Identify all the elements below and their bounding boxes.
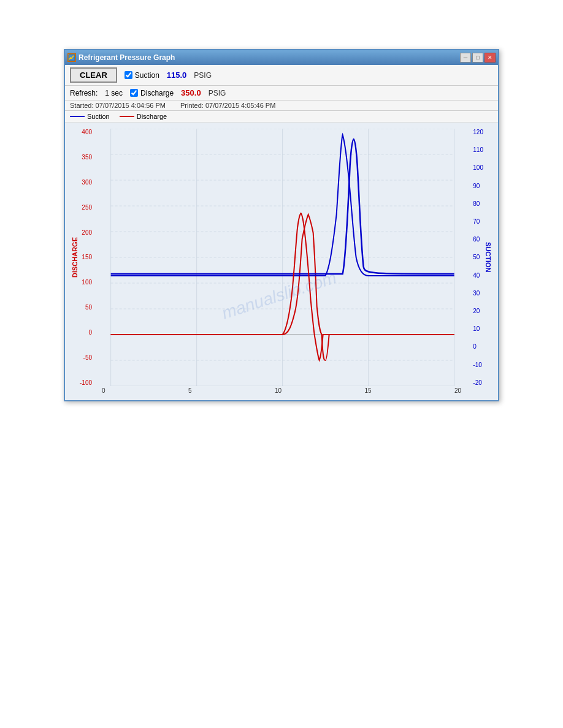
discharge-legend-line bbox=[120, 116, 134, 117]
started-label: Started: 07/07/2015 4:04:56 PM bbox=[70, 102, 166, 109]
suction-legend-label: Suction bbox=[87, 113, 110, 120]
tick-300: 300 bbox=[82, 179, 92, 186]
discharge-unit: PSIG bbox=[209, 89, 226, 97]
legend-discharge: Discharge bbox=[120, 113, 167, 120]
chart-svg: manualslib.com bbox=[94, 129, 471, 386]
tick-250: 250 bbox=[82, 204, 92, 211]
tick-200: 200 bbox=[82, 229, 92, 236]
toolbar: CLEAR Suction 115.0 PSIG bbox=[65, 65, 498, 86]
suction-value: 115.0 bbox=[167, 70, 187, 80]
tick-50: 50 bbox=[85, 304, 92, 311]
tick-40: 40 bbox=[473, 272, 480, 279]
chart-container: DISCHARGE 400 350 300 250 200 150 100 50… bbox=[71, 129, 492, 386]
x-tick-10: 10 bbox=[275, 387, 282, 394]
tick-350: 350 bbox=[82, 154, 92, 161]
title-bar-left: Refrigerant Pressure Graph bbox=[67, 53, 175, 62]
legend-bar: Suction Discharge bbox=[65, 111, 498, 123]
suction-legend-line bbox=[70, 116, 85, 117]
printed-label: Printed: 07/07/2015 4:05:46 PM bbox=[180, 102, 275, 109]
main-window: Refrigerant Pressure Graph ─ □ ✕ CLEAR S… bbox=[64, 49, 499, 401]
suction-label: Suction bbox=[135, 71, 159, 80]
x-tick-5: 5 bbox=[188, 387, 192, 394]
printed-value: 07/07/2015 4:05:46 PM bbox=[205, 102, 275, 109]
left-axis-container: DISCHARGE 400 350 300 250 200 150 100 50… bbox=[71, 129, 94, 386]
tick-neg20: -20 bbox=[473, 379, 481, 386]
suction-checkbox[interactable] bbox=[124, 71, 132, 79]
x-tick-20: 20 bbox=[454, 387, 461, 394]
refresh-value: 1 sec bbox=[105, 89, 123, 97]
suction-checkbox-group: Suction bbox=[124, 71, 159, 80]
tick-70: 70 bbox=[473, 218, 480, 225]
tick-100r: 100 bbox=[473, 164, 483, 171]
tick-60: 60 bbox=[473, 236, 480, 243]
tick-neg100: -100 bbox=[80, 379, 92, 386]
close-button[interactable]: ✕ bbox=[484, 53, 496, 63]
suction-axis-label: SUCTION bbox=[484, 242, 492, 273]
title-bar: Refrigerant Pressure Graph ─ □ ✕ bbox=[65, 50, 498, 65]
tick-0: 0 bbox=[88, 329, 92, 336]
tick-80: 80 bbox=[473, 200, 480, 207]
left-y-ticks: 400 350 300 250 200 150 100 50 0 -50 -10… bbox=[80, 129, 94, 386]
x-tick-0: 0 bbox=[102, 387, 105, 394]
info-bar: Started: 07/07/2015 4:04:56 PM Printed: … bbox=[65, 100, 498, 111]
tick-0r: 0 bbox=[473, 343, 477, 350]
refresh-label: Refresh: bbox=[70, 89, 98, 97]
window-title: Refrigerant Pressure Graph bbox=[79, 53, 175, 62]
suction-unit: PSIG bbox=[194, 71, 212, 80]
tick-neg10: -10 bbox=[473, 362, 481, 368]
toolbar-row2: Refresh: 1 sec Discharge 350.0 PSIG bbox=[65, 86, 498, 100]
chart-svg-container: manualslib.com bbox=[94, 129, 471, 386]
tick-90: 90 bbox=[473, 183, 480, 189]
x-tick-15: 15 bbox=[364, 387, 371, 394]
tick-neg50: -50 bbox=[83, 354, 92, 361]
tick-150: 150 bbox=[82, 254, 92, 260]
tick-100: 100 bbox=[82, 279, 92, 286]
discharge-label: Discharge bbox=[140, 89, 174, 97]
window-controls: ─ □ ✕ bbox=[460, 53, 496, 63]
discharge-checkbox-group: Discharge bbox=[130, 89, 174, 97]
tick-10: 10 bbox=[473, 325, 480, 332]
discharge-value: 350.0 bbox=[181, 88, 201, 97]
tick-50r: 50 bbox=[473, 254, 480, 260]
discharge-legend-label: Discharge bbox=[137, 113, 167, 120]
right-y-ticks: 120 110 100 90 80 70 60 50 40 30 20 10 0… bbox=[471, 129, 483, 386]
discharge-checkbox[interactable] bbox=[130, 89, 138, 97]
tick-30: 30 bbox=[473, 290, 480, 297]
right-axis-container: 120 110 100 90 80 70 60 50 40 30 20 10 0… bbox=[471, 129, 492, 386]
tick-110: 110 bbox=[473, 146, 483, 153]
app-icon bbox=[67, 53, 76, 62]
clear-button[interactable]: CLEAR bbox=[70, 67, 117, 83]
tick-120: 120 bbox=[473, 129, 483, 135]
x-axis-labels: 0 5 10 15 20 bbox=[102, 386, 461, 394]
discharge-axis-label: DISCHARGE bbox=[71, 237, 79, 278]
chart-area: DISCHARGE 400 350 300 250 200 150 100 50… bbox=[65, 123, 498, 400]
started-value: 07/07/2015 4:04:56 PM bbox=[96, 102, 166, 109]
tick-400: 400 bbox=[82, 129, 92, 135]
minimize-button[interactable]: ─ bbox=[460, 53, 471, 63]
maximize-button[interactable]: □ bbox=[472, 53, 483, 63]
tick-20: 20 bbox=[473, 308, 480, 314]
legend-suction: Suction bbox=[70, 113, 110, 120]
